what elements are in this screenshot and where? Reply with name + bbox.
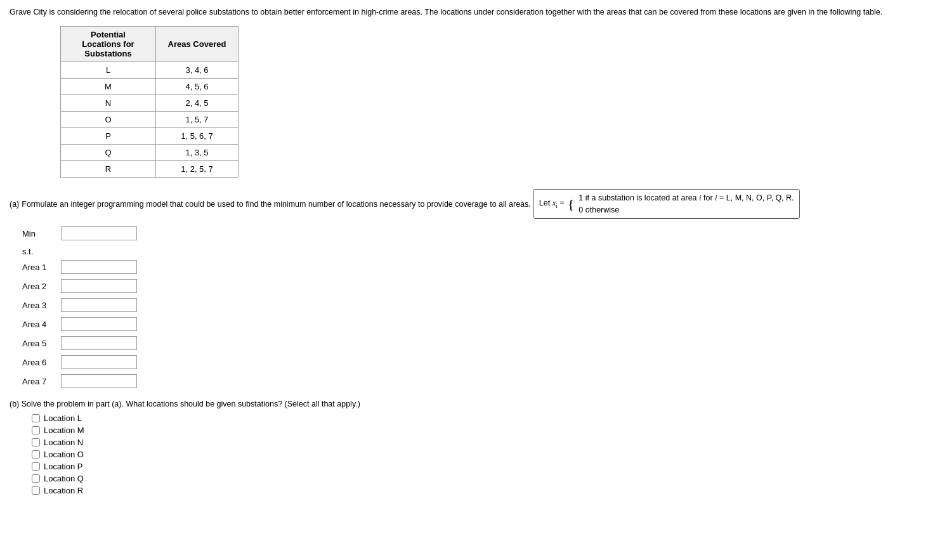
checkbox-item: Location Q: [32, 474, 925, 483]
locations-table: Potential Locations for Substations Area…: [60, 26, 239, 178]
st-label: s.t.: [22, 247, 925, 256]
table-row: O1, 5, 7: [61, 111, 239, 127]
location-checkbox[interactable]: [32, 438, 40, 446]
location-label: Location R: [44, 486, 83, 495]
location-checkbox[interactable]: [32, 486, 40, 495]
area-input[interactable]: [61, 374, 137, 388]
area-label: Area 2: [22, 282, 57, 291]
area-label: Area 5: [22, 339, 57, 348]
areas-cell: 3, 4, 6: [156, 62, 239, 78]
table-row: N2, 4, 5: [61, 94, 239, 111]
location-label: Location P: [44, 462, 82, 471]
checkbox-item: Location L: [32, 413, 925, 423]
area-input[interactable]: [61, 279, 137, 293]
areas-cell: 2, 4, 5: [156, 94, 239, 111]
area-row: Area 3: [22, 298, 925, 312]
area-row: Area 5: [22, 336, 925, 350]
areas-cell: 4, 5, 6: [156, 78, 239, 94]
areas-cell: 1, 2, 5, 7: [156, 160, 239, 177]
area-row: Area 2: [22, 279, 925, 293]
part-b-text: Solve the problem in part (a). What loca…: [22, 400, 360, 408]
min-row: Min: [22, 226, 925, 240]
brace-icon: {: [568, 196, 575, 212]
part-b-question: (b) Solve the problem in part (a). What …: [10, 400, 925, 408]
areas-cell: 1, 5, 7: [156, 111, 239, 127]
area-input[interactable]: [61, 336, 137, 350]
location-checkbox[interactable]: [32, 426, 40, 434]
area-label: Area 4: [22, 320, 57, 329]
location-label: Location M: [44, 426, 84, 435]
min-label: Min: [22, 229, 57, 238]
location-label: Location N: [44, 438, 83, 447]
table-row: Q1, 3, 5: [61, 144, 239, 160]
areas-cell: 1, 5, 6, 7: [156, 127, 239, 144]
let-definition: Let xi = { 1 if a substation is located …: [533, 189, 800, 219]
area-input[interactable]: [61, 260, 137, 274]
table-row: R1, 2, 5, 7: [61, 160, 239, 177]
location-checkbox[interactable]: [32, 450, 40, 459]
location-label: Location O: [44, 450, 84, 459]
location-checkbox[interactable]: [32, 414, 40, 422]
area-input[interactable]: [61, 298, 137, 312]
location-cell: O: [61, 111, 156, 127]
table-container: Potential Locations for Substations Area…: [60, 26, 925, 178]
checkbox-item: Location O: [32, 450, 925, 459]
location-cell: M: [61, 78, 156, 94]
checkbox-item: Location N: [32, 438, 925, 447]
area-input[interactable]: [61, 317, 137, 331]
table-row: L3, 4, 6: [61, 62, 239, 78]
area-label: Area 7: [22, 377, 57, 386]
formulation-section: Min s.t. Area 1Area 2Area 3Area 4Area 5A…: [22, 226, 925, 388]
part-b-label: (b): [10, 400, 19, 408]
location-cell: N: [61, 94, 156, 111]
area-input[interactable]: [61, 355, 137, 369]
part-a-question: (a) Formulate an integer programming mod…: [10, 189, 925, 219]
location-cell: R: [61, 160, 156, 177]
area-row: Area 4: [22, 317, 925, 331]
part-a-text: Formulate an integer programming model t…: [22, 200, 531, 209]
table-row: M4, 5, 6: [61, 78, 239, 94]
intro-text: Grave City is considering the relocation…: [10, 6, 925, 18]
area-label: Area 3: [22, 301, 57, 310]
checkbox-item: Location M: [32, 426, 925, 435]
min-input[interactable]: [61, 226, 137, 240]
areas-cell: 1, 3, 5: [156, 144, 239, 160]
table-row: P1, 5, 6, 7: [61, 127, 239, 144]
checkbox-group: Location LLocation MLocation NLocation O…: [32, 413, 925, 495]
col2-header: Areas Covered: [156, 26, 239, 62]
part-a-label: (a): [10, 200, 19, 209]
location-label: Location Q: [44, 474, 84, 483]
location-checkbox[interactable]: [32, 462, 40, 471]
checkbox-item: Location P: [32, 462, 925, 471]
location-label: Location L: [44, 413, 82, 423]
location-cell: Q: [61, 144, 156, 160]
location-cell: L: [61, 62, 156, 78]
location-checkbox[interactable]: [32, 474, 40, 483]
checkbox-item: Location R: [32, 486, 925, 495]
col1-header: Potential Locations for Substations: [61, 26, 156, 62]
area-row: Area 1: [22, 260, 925, 274]
location-cell: P: [61, 127, 156, 144]
area-label: Area 6: [22, 358, 57, 367]
area-label: Area 1: [22, 263, 57, 272]
area-row: Area 7: [22, 374, 925, 388]
area-row: Area 6: [22, 355, 925, 369]
